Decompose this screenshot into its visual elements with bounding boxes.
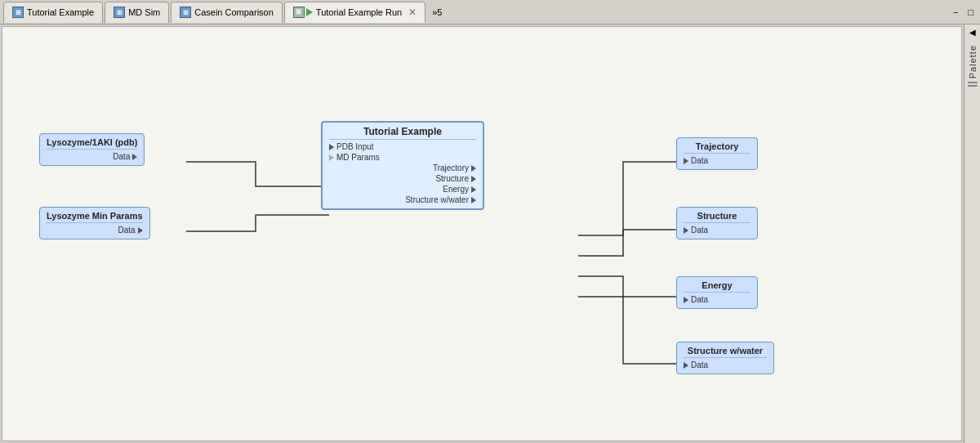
tab-label-casein: Casein Comparison [194, 7, 274, 17]
structure-water-out-in-arrow [684, 362, 688, 369]
node-structure-out-port: Data [684, 225, 751, 235]
trajectory-out-port-label: Data [691, 156, 708, 165]
pdb-input-label: PDB Input [336, 142, 374, 151]
play-icon [306, 8, 313, 16]
pdb-input-arrow [329, 144, 334, 150]
workflow-canvas[interactable]: Lysozyme/1AKI (pdb) Data Lysozyme Min Pa… [2, 26, 962, 441]
tab-label-tutorial: Tutorial Example [27, 7, 94, 17]
tab-casein[interactable]: ⊞ Casein Comparison [171, 2, 283, 23]
energy-label: Energy [443, 185, 469, 194]
palette-sidebar: ◀ Palette [964, 25, 980, 443]
trajectory-label: Trajectory [433, 163, 469, 172]
energy-out-in-arrow [684, 297, 688, 303]
node-tutorial-example[interactable]: Tutorial Example PDB Input MD Params Tra… [321, 121, 484, 210]
md-params-arrow [329, 154, 334, 161]
node-trajectory-out[interactable]: Trajectory Data [676, 137, 758, 170]
tab-md-sim[interactable]: ⊞ MD Sim [105, 2, 169, 23]
lysozyme-pdb-port-arrow [132, 154, 137, 160]
node-tutorial-title: Tutorial Example [329, 126, 476, 140]
node-lysozyme-pdb-title: Lysozyme/1AKI (pdb) [47, 137, 137, 150]
node-tutorial-structure-out: Structure [329, 173, 476, 184]
node-lysozyme-pdb[interactable]: Lysozyme/1AKI (pdb) Data [39, 133, 145, 166]
node-energy-out[interactable]: Energy Data [676, 276, 758, 309]
tab-overflow[interactable]: »5 [427, 6, 447, 19]
palette-line-1 [968, 82, 978, 83]
tab-controls: − □ [950, 7, 977, 18]
node-structure-water-out-port: Data [684, 360, 767, 370]
node-trajectory-out-port: Data [684, 155, 751, 166]
node-lysozyme-params-port: Data [47, 225, 143, 235]
structure-out-arrow [471, 176, 476, 182]
tab-icon-casein: ⊞ [180, 7, 191, 18]
trajectory-out-arrow [471, 165, 476, 172]
node-structure-out[interactable]: Structure Data [676, 207, 758, 239]
energy-out-arrow [471, 186, 476, 193]
tab-label-run: Tutorial Example Run [316, 7, 402, 17]
trajectory-out-in-arrow [684, 158, 688, 164]
tab-tutorial-example[interactable]: ⊞ Tutorial Example [3, 2, 103, 23]
tab-icon-md: ⊞ [114, 7, 125, 18]
node-lysozyme-params[interactable]: Lysozyme Min Params Data [39, 207, 150, 239]
lysozyme-params-port-arrow [138, 227, 143, 234]
node-structure-out-title: Structure [684, 211, 751, 223]
structure-water-label: Structure w/water [405, 195, 469, 204]
node-lysozyme-pdb-port: Data [47, 151, 137, 162]
maximize-button[interactable]: □ [964, 7, 977, 18]
tab-icon-run: ⊞ [293, 7, 305, 18]
structure-water-out-arrow [471, 197, 476, 204]
md-params-label: MD Params [336, 153, 380, 162]
lysozyme-params-port-label: Data [118, 226, 135, 235]
tab-tutorial-run[interactable]: ⊞ Tutorial Example Run ✕ [284, 2, 425, 23]
tab-label-md: MD Sim [128, 7, 160, 17]
node-trajectory-out-title: Trajectory [684, 141, 751, 154]
tab-run-icon-container: ⊞ [293, 7, 313, 18]
structure-water-out-port-label: Data [691, 360, 708, 369]
node-tutorial-energy-out: Energy [329, 184, 476, 195]
node-tutorial-pdb-input: PDB Input [329, 141, 476, 152]
structure-out-port-label: Data [691, 226, 708, 235]
structure-label: Structure [435, 174, 469, 183]
node-tutorial-md-params: MD Params [329, 152, 476, 163]
node-lysozyme-params-title: Lysozyme Min Params [47, 211, 143, 223]
node-tutorial-trajectory-out: Trajectory [329, 163, 476, 173]
minimize-button[interactable]: − [950, 7, 961, 18]
tab-close-icon[interactable]: ✕ [408, 7, 416, 18]
tab-bar: ⊞ Tutorial Example ⊞ MD Sim ⊞ Casein Com… [0, 0, 980, 25]
tab-icon-tutorial: ⊞ [12, 7, 24, 18]
energy-out-port-label: Data [691, 295, 708, 304]
node-energy-out-title: Energy [684, 280, 751, 293]
lysozyme-pdb-port-label: Data [113, 152, 130, 161]
palette-line-2 [968, 85, 978, 87]
node-energy-out-port: Data [684, 294, 751, 305]
palette-collapse-arrow[interactable]: ◀ [969, 28, 976, 37]
palette-lines [968, 82, 978, 87]
node-structure-water-out[interactable]: Structure w/water Data [676, 342, 774, 374]
palette-label: Palette [968, 45, 978, 78]
node-structure-water-out-title: Structure w/water [684, 346, 767, 358]
node-tutorial-structure-water-out: Structure w/water [329, 195, 476, 205]
structure-out-in-arrow [684, 227, 688, 234]
main-area: Lysozyme/1AKI (pdb) Data Lysozyme Min Pa… [0, 25, 980, 443]
